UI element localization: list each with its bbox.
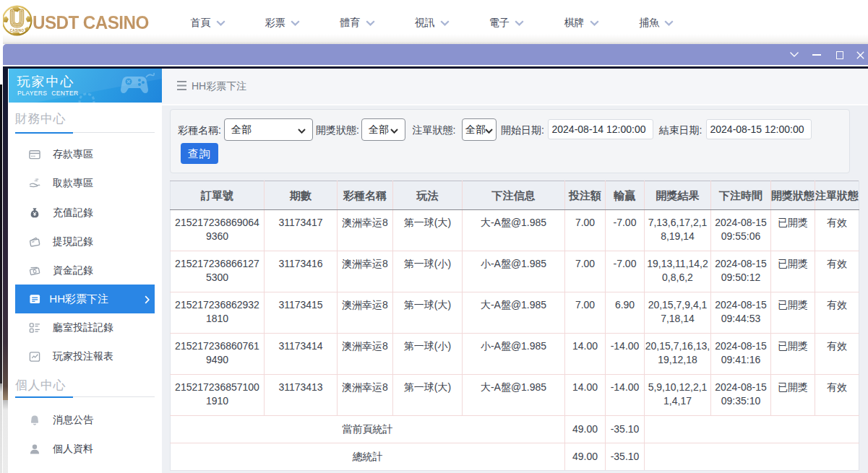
svg-text:CASINO: CASINO [10,29,25,32]
